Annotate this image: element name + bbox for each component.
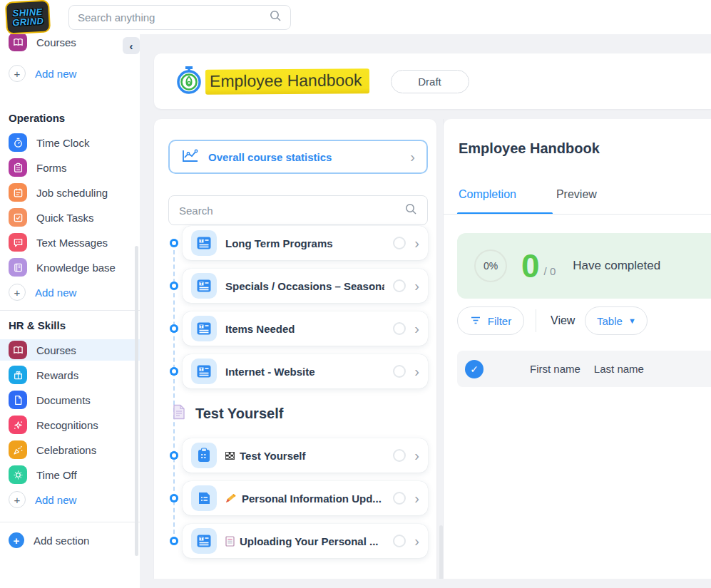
add-new-button-hr[interactable]: + Add new bbox=[0, 489, 140, 510]
sidebar-scrollbar[interactable] bbox=[135, 246, 138, 556]
sidebar-item-courses-pinned[interactable]: Courses bbox=[0, 34, 140, 53]
course-section-label: Items Needed bbox=[225, 323, 384, 335]
sidebar-item-forms[interactable]: Forms bbox=[0, 157, 140, 178]
chevron-right-icon[interactable]: › bbox=[414, 448, 419, 463]
timeline-dot bbox=[170, 494, 178, 502]
course-section-row[interactable]: T Items Needed › bbox=[183, 311, 428, 346]
chevron-right-icon[interactable]: › bbox=[414, 236, 419, 250]
shine-grind-logo[interactable]: SHINE GRIND bbox=[5, 0, 51, 35]
chevron-right-icon[interactable]: › bbox=[414, 321, 419, 336]
course-detail-panel: Employee Handbook Completion Preview 0% … bbox=[444, 119, 711, 579]
sidebar-item-recognitions[interactable]: Recognitions bbox=[0, 414, 140, 435]
timeline-dot bbox=[170, 451, 178, 460]
sidebar-item-label: Knowledge base bbox=[36, 262, 116, 274]
tab-completion[interactable]: Completion bbox=[459, 188, 516, 212]
timeline-dot bbox=[170, 324, 178, 333]
text-section-icon: T bbox=[191, 528, 217, 554]
add-new-button-top[interactable]: + Add new bbox=[0, 63, 140, 84]
tabs-divider bbox=[444, 214, 711, 215]
course-search-input[interactable] bbox=[179, 205, 405, 217]
test-item-label-wrap: Uploading Your Personal ... bbox=[225, 535, 384, 547]
text-section-icon: T bbox=[191, 273, 217, 299]
timeline-dot bbox=[170, 239, 178, 247]
section-radio[interactable] bbox=[393, 322, 406, 335]
chevron-right-icon[interactable]: › bbox=[414, 364, 419, 378]
global-search-input[interactable] bbox=[78, 11, 270, 24]
sidebar-item-label: Text Messages bbox=[36, 237, 108, 249]
add-new-button-operations[interactable]: + Add new bbox=[0, 282, 140, 303]
sidebar-divider bbox=[0, 310, 140, 311]
sidebar-item-job-scheduling[interactable]: Job scheduling bbox=[0, 182, 140, 203]
writing-hand-icon bbox=[225, 493, 237, 503]
sidebar-item-label: Rewards bbox=[36, 369, 78, 381]
sidebar-item-time-off[interactable]: Time Off bbox=[0, 464, 140, 485]
recognitions-sparkle-icon bbox=[9, 416, 27, 434]
sidebar-item-celebrations[interactable]: Celebrations bbox=[0, 439, 140, 460]
course-structure-panel: Overall course statistics › T Long Term … bbox=[154, 119, 436, 579]
section-radio[interactable] bbox=[393, 492, 406, 505]
column-header-last-name: Last name bbox=[594, 363, 644, 375]
forms-clipboard-icon bbox=[9, 158, 27, 177]
sidebar: Courses + Add new Operations Time Clock … bbox=[0, 34, 140, 588]
sidebar-item-rewards[interactable]: Rewards bbox=[0, 364, 140, 386]
completion-summary-banner: 0% 0 / 0 Have completed bbox=[457, 233, 711, 299]
checkered-flag-icon bbox=[225, 452, 235, 460]
sidebar-item-label: Quick Tasks bbox=[36, 212, 94, 224]
filter-icon bbox=[470, 315, 481, 327]
job-scheduling-calendar-icon bbox=[9, 183, 27, 202]
course-header-card: Employee Handbook Draft bbox=[154, 53, 711, 109]
sidebar-collapse-button[interactable]: ‹ bbox=[123, 37, 140, 54]
section-radio[interactable] bbox=[393, 279, 406, 292]
test-item-row[interactable]: Test Yourself › bbox=[183, 438, 428, 473]
group-title: Test Yourself bbox=[195, 406, 283, 422]
plus-circle-icon: + bbox=[9, 284, 26, 301]
overall-statistics-button[interactable]: Overall course statistics › bbox=[168, 140, 428, 174]
add-section-label: Add section bbox=[34, 535, 89, 547]
sidebar-item-courses[interactable]: Courses bbox=[0, 339, 140, 361]
page-icon bbox=[173, 404, 185, 423]
sidebar-item-quick-tasks[interactable]: Quick Tasks bbox=[0, 207, 140, 228]
courses-book-icon bbox=[9, 34, 27, 51]
test-item-row[interactable]: Personal Information Upd... › bbox=[183, 481, 428, 515]
documents-file-icon bbox=[9, 391, 27, 409]
chevron-right-icon[interactable]: › bbox=[414, 491, 419, 505]
sidebar-item-knowledge-base[interactable]: Knowledge base bbox=[0, 257, 140, 278]
chevron-right-icon: › bbox=[410, 150, 415, 164]
chevron-right-icon[interactable]: › bbox=[414, 534, 419, 548]
test-item-row[interactable]: T Uploading Your Personal ... › bbox=[183, 524, 428, 558]
select-all-checkbox[interactable]: ✓ bbox=[465, 360, 484, 378]
knowledge-base-book-icon bbox=[9, 258, 27, 277]
course-section-row[interactable]: T Internet - Website › bbox=[183, 354, 428, 388]
completed-caption: Have completed bbox=[573, 259, 660, 273]
add-section-button[interactable]: + Add section bbox=[0, 530, 140, 551]
sidebar-item-label: Documents bbox=[36, 394, 91, 406]
section-heading-hr-skills: HR & Skills bbox=[0, 318, 140, 336]
course-section-label: Specials / Occasions – Seasonal bbox=[225, 280, 384, 292]
tab-preview[interactable]: Preview bbox=[556, 188, 597, 212]
course-section-row[interactable]: T Specials / Occasions – Seasonal › bbox=[183, 269, 428, 303]
chevron-right-icon[interactable]: › bbox=[414, 279, 419, 293]
completion-percent-circle: 0% bbox=[474, 249, 507, 282]
search-icon bbox=[270, 10, 282, 25]
draft-status-badge[interactable]: Draft bbox=[391, 70, 469, 93]
test-yourself-group-heading: Test Yourself bbox=[173, 404, 283, 423]
text-section-icon: T bbox=[191, 359, 217, 384]
line-chart-icon bbox=[181, 148, 200, 166]
view-mode-dropdown[interactable]: Table ▼ bbox=[585, 306, 648, 335]
rewards-gift-icon bbox=[9, 366, 27, 384]
course-section-row[interactable]: T Long Term Programs › bbox=[183, 226, 428, 260]
filter-button[interactable]: Filter bbox=[457, 306, 524, 335]
section-radio[interactable] bbox=[393, 535, 406, 547]
course-panel-scrollbar[interactable] bbox=[439, 525, 443, 581]
time-clock-icon bbox=[9, 133, 27, 152]
section-radio[interactable] bbox=[393, 237, 406, 249]
section-radio[interactable] bbox=[393, 449, 406, 462]
section-radio[interactable] bbox=[393, 365, 406, 378]
course-section-label: Long Term Programs bbox=[225, 237, 384, 249]
sidebar-item-documents[interactable]: Documents bbox=[0, 389, 140, 411]
sidebar-item-text-messages[interactable]: Text Messages bbox=[0, 232, 140, 253]
sidebar-item-time-clock[interactable]: Time Clock bbox=[0, 132, 140, 153]
caret-down-icon: ▼ bbox=[628, 316, 636, 325]
courses-open-book-icon bbox=[9, 341, 27, 359]
plus-circle-filled-icon: + bbox=[9, 532, 24, 548]
